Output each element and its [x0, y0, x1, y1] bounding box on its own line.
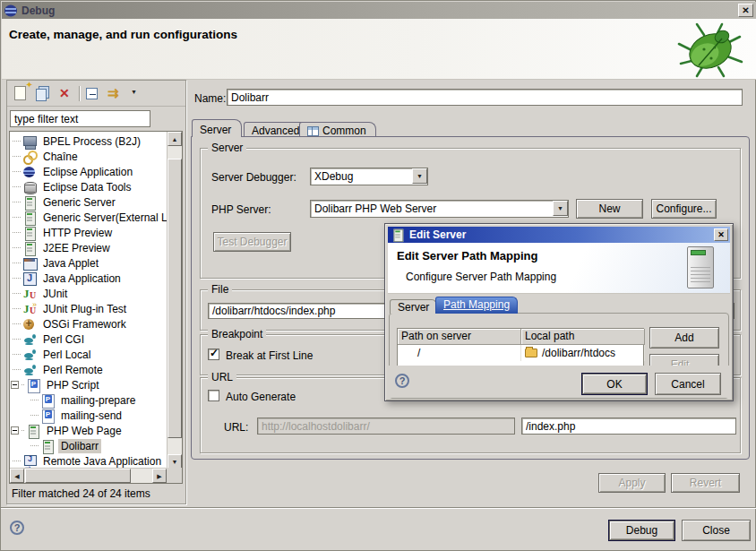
tree-item-label: mailing-send [58, 409, 125, 423]
tab-server[interactable]: Server [192, 119, 242, 137]
filter-input[interactable] [10, 110, 150, 127]
help-icon[interactable]: ? [10, 521, 24, 535]
tree-item-label: Chaîne [40, 150, 81, 164]
scroll-down-icon[interactable]: ▼ [168, 454, 182, 469]
tree-item-label: Java Application [40, 271, 124, 286]
tree-horizontal-scrollbar[interactable]: ◀ ▶ [10, 468, 167, 483]
tree-item-j2ee-preview[interactable]: J2EE Preview [10, 240, 168, 255]
apply-button[interactable]: Apply [598, 473, 666, 493]
tree-item-java-application[interactable]: Java Application [10, 271, 168, 286]
tree-item-label: BPEL Process (B2J) [40, 134, 143, 149]
test-debugger-button[interactable]: Test Debugger [213, 232, 291, 252]
tree-item-junit[interactable]: JUnit [10, 286, 168, 301]
filter-icon[interactable] [107, 86, 123, 101]
tree-item-junit-plug-in-test[interactable]: »JUnit Plug-in Test [10, 301, 168, 316]
tree-item-label: PHP Script [44, 378, 101, 392]
dialog-tab-server[interactable]: Server [390, 299, 437, 314]
chevron-down-icon[interactable] [553, 201, 568, 216]
tree-item-perl-remote[interactable]: Perl Remote [10, 362, 168, 377]
php-file-icon [40, 409, 55, 423]
break-first-line-checkbox[interactable] [208, 349, 219, 360]
vertical-scroll-thumb[interactable] [168, 159, 182, 438]
tree-connector [30, 415, 39, 416]
tree-connector [13, 217, 21, 218]
tree-item-generic-server[interactable]: Generic Server [10, 194, 168, 210]
menu-caret-icon[interactable] [129, 86, 137, 101]
scroll-left-icon[interactable]: ◀ [10, 469, 24, 483]
tree-connector [13, 156, 21, 157]
tree-item-osgi-framework[interactable]: OSGi Framework [10, 316, 168, 331]
scroll-up-icon[interactable]: ▲ [168, 132, 182, 146]
url-base-input[interactable] [257, 418, 515, 435]
eclipse-sphere-icon [22, 165, 37, 179]
edit-server-titlebar[interactable]: Edit Server ✕ [388, 227, 730, 243]
cancel-button[interactable]: Cancel [655, 373, 721, 395]
tree-item-mailing-send[interactable]: mailing-send [10, 408, 168, 423]
tree-item-perl-local[interactable]: Perl Local [10, 347, 168, 362]
add-mapping-button[interactable]: Add [649, 327, 719, 349]
close-button[interactable]: Close [682, 520, 751, 541]
auto-generate-checkbox[interactable] [208, 390, 219, 401]
osgi-framework-icon [22, 317, 37, 331]
revert-button[interactable]: Revert [671, 473, 740, 493]
column-header-local-path[interactable]: Local path [521, 329, 645, 345]
tree-item-label: Perl Remote [40, 363, 106, 377]
tree-item-eclipse-data-tools[interactable]: Eclipse Data Tools [10, 179, 168, 194]
tree-item-bpel-process-b2j[interactable]: BPEL Process (B2J) [10, 133, 168, 149]
table-row[interactable]: / /dolibarr/htdocs [398, 345, 643, 361]
junit-plugin-icon: » [22, 302, 37, 316]
tree-item-php-script[interactable]: PHP Script [10, 377, 168, 392]
new-server-button[interactable]: New [576, 199, 643, 219]
tree-vertical-scrollbar[interactable]: ▲ ▼ [167, 132, 182, 469]
tree-item-generic-server-external-la[interactable]: Generic Server(External La [10, 210, 168, 225]
tree-connector [13, 369, 21, 370]
tree-item-php-web-page[interactable]: PHP Web Page [10, 423, 168, 438]
collapse-all-icon[interactable] [86, 86, 101, 101]
tab-common[interactable]: Common [299, 122, 376, 137]
dialog-close-button[interactable]: ✕ [714, 228, 728, 241]
tree-item-dolibarr[interactable]: Dolibarr [10, 438, 168, 453]
php-server-combo[interactable]: Dolibarr PHP Web Server [310, 200, 569, 218]
window-close-button[interactable]: ✕ [738, 4, 753, 17]
window-titlebar[interactable]: Debug ✕ [2, 2, 756, 19]
tree-item-label: JUnit [40, 287, 70, 301]
dialog-heading: Edit Server Path Mapping [397, 249, 537, 263]
collapse-expander-icon[interactable] [11, 381, 19, 389]
dialog-subheading: Configure Server Path Mapping [406, 271, 556, 283]
tree-item-remote-java-application[interactable]: →Remote Java Application [10, 453, 168, 469]
horizontal-scroll-thumb[interactable] [25, 469, 131, 483]
tree-connector [13, 247, 21, 248]
chevron-down-icon[interactable] [412, 168, 427, 184]
tree-connector [13, 171, 21, 172]
tree-item-label: Dolibarr [58, 439, 101, 453]
configure-server-button[interactable]: Configure... [651, 199, 717, 219]
perl-camel-icon [22, 332, 37, 347]
ok-button[interactable]: OK [581, 373, 648, 395]
server-icon [391, 228, 404, 241]
dialog-help-icon[interactable]: ? [395, 374, 409, 388]
folder-icon [525, 349, 537, 357]
tree-item-cha-ne[interactable]: Chaîne [10, 149, 168, 164]
tree-connector [30, 400, 39, 400]
dialog-tab-path-mapping[interactable]: Path Mapping [435, 297, 518, 314]
new-config-icon[interactable] [14, 86, 30, 101]
name-input[interactable] [227, 89, 743, 106]
tree-item-perl-cgi[interactable]: Perl CGI [10, 331, 168, 347]
tree-item-eclipse-application[interactable]: Eclipse Application [10, 164, 168, 179]
tree-item-mailing-prepare[interactable]: mailing-prepare [10, 392, 168, 408]
debug-window: Debug ✕ Create, manage, and run configur… [0, 0, 756, 551]
column-header-path-on-server[interactable]: Path on server [398, 329, 521, 345]
delete-config-icon[interactable] [57, 86, 73, 101]
url-group-legend: URL [208, 371, 236, 383]
tree-connector [13, 263, 21, 263]
local-path-cell: /dolibarr/htdocs [521, 345, 645, 361]
bug-icon [668, 21, 751, 78]
tree-item-java-applet[interactable]: Java Applet [10, 255, 168, 271]
url-file-input[interactable] [521, 418, 736, 435]
duplicate-config-icon[interactable] [36, 86, 51, 101]
collapse-expander-icon[interactable] [11, 426, 19, 435]
server-debugger-combo[interactable]: XDebug [310, 168, 428, 185]
debug-button[interactable]: Debug [608, 520, 675, 541]
scroll-right-icon[interactable]: ▶ [152, 469, 167, 483]
tree-item-http-preview[interactable]: HTTP Preview [10, 225, 168, 240]
